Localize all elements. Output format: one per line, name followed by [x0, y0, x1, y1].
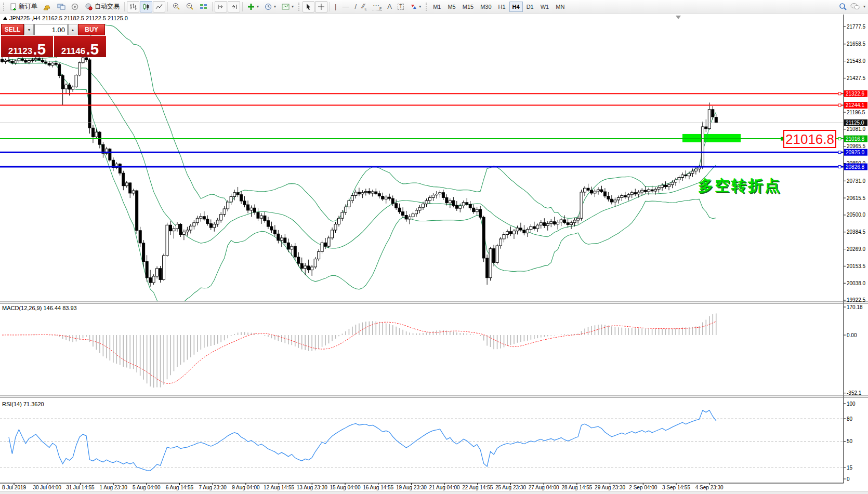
cursor-icon	[305, 3, 312, 10]
tf-w1-button[interactable]: W1	[537, 2, 553, 12]
zoom-in-button[interactable]	[170, 1, 183, 12]
signal-button[interactable]	[69, 1, 82, 12]
candle-chart-mode-button[interactable]	[140, 1, 152, 12]
toolbar-separator	[212, 2, 213, 11]
buy-price-display[interactable]: 21146.5	[54, 36, 106, 57]
toolbar-drag-handle[interactable]	[298, 3, 300, 11]
svg-text:12 Aug 14:55: 12 Aug 14:55	[264, 485, 294, 490]
crosshair-tool-button[interactable]	[315, 1, 327, 12]
horizontal-line-tool-button[interactable]: —	[339, 1, 351, 12]
indicators-icon	[247, 3, 255, 10]
svg-text:21081.0: 21081.0	[847, 126, 866, 132]
hline-anchor-handle[interactable]	[838, 151, 841, 154]
svg-text:20038.0: 20038.0	[847, 281, 866, 286]
tf-h1-button[interactable]: H1	[495, 2, 509, 12]
periods-caret-icon: ▾	[274, 4, 276, 9]
signal-icon	[71, 3, 79, 10]
sell-price-main: 21123	[8, 47, 32, 56]
sell-price-fraction: .5	[33, 43, 46, 56]
support-zone-rect[interactable]	[682, 134, 741, 142]
svg-text:31 Jul 14:55: 31 Jul 14:55	[66, 485, 95, 490]
chart-shift-button[interactable]	[228, 1, 240, 12]
hline-anchor-handle[interactable]	[838, 104, 841, 106]
tf-d1-button[interactable]: D1	[523, 2, 537, 12]
svg-text:3 Sep 14:55: 3 Sep 14:55	[662, 485, 690, 490]
main-toolbar: 新订单 自动交易	[0, 0, 868, 14]
tf-h4-button[interactable]: H4	[509, 2, 523, 12]
indicators-button[interactable]: ▾	[245, 1, 261, 12]
svg-text:0.00: 0.00	[847, 332, 857, 338]
terminals-button[interactable]	[55, 1, 68, 12]
cursor-tool-button[interactable]	[303, 1, 314, 12]
chat-icon[interactable]	[850, 3, 860, 10]
clock-icon	[265, 3, 272, 10]
tf-m30-button[interactable]: M30	[477, 2, 494, 12]
buy-button[interactable]: BUY	[78, 24, 105, 35]
svg-text:20500.0: 20500.0	[847, 212, 866, 218]
channel-tool-button[interactable]: ⁄⁄E	[360, 1, 370, 12]
new-order-button[interactable]: 新订单	[7, 1, 40, 12]
toolbar-drag-handle[interactable]	[3, 3, 5, 11]
chart-canvas[interactable]: 21777.521658.521543.021427.521312.021196…	[0, 0, 868, 494]
symbol-collapse-icon[interactable]	[3, 17, 7, 20]
vertical-line-tool-button[interactable]: |	[332, 1, 339, 12]
svg-text:20965.5: 20965.5	[847, 143, 866, 149]
svg-text:80: 80	[847, 416, 853, 422]
auto-scroll-button[interactable]	[215, 1, 227, 12]
shapes-tool-button[interactable]: ▾	[407, 1, 424, 12]
volume-increase-button[interactable]: ▲	[68, 24, 77, 35]
tf-m5-button[interactable]: M5	[444, 2, 458, 12]
autotrade-icon	[85, 3, 93, 10]
hline-anchor-handle[interactable]	[838, 166, 841, 168]
toolbar-drag-handle[interactable]	[426, 3, 428, 11]
auto-scroll-icon	[217, 3, 225, 10]
trendline-tool-button[interactable]: /	[352, 1, 359, 12]
svg-text:21322.6: 21322.6	[846, 91, 865, 97]
status-bar	[0, 491, 868, 494]
market-watch-button[interactable]	[41, 1, 54, 12]
caret-up-icon: ▲	[71, 28, 75, 32]
tf-mn-button[interactable]: MN	[553, 2, 568, 12]
templates-button[interactable]: ▾	[279, 1, 296, 12]
search-icon[interactable]	[839, 3, 847, 11]
svg-text:1 Aug 23:30: 1 Aug 23:30	[99, 485, 127, 490]
mt4-window: 新订单 自动交易	[0, 0, 868, 494]
volume-input[interactable]	[34, 24, 68, 35]
svg-text:20731.0: 20731.0	[847, 178, 866, 184]
label-tool-button[interactable]: T	[395, 1, 406, 12]
hline-anchor-handle[interactable]	[838, 92, 841, 95]
svg-text:8 Jul 2019: 8 Jul 2019	[2, 485, 27, 490]
turning-point-note[interactable]: 多空转折点	[698, 177, 781, 194]
text-icon: A	[387, 3, 392, 10]
price-annotation-box[interactable]: 21016.8	[784, 130, 836, 148]
axis-price-label: 21322.6	[844, 90, 867, 97]
bar-chart-mode-button[interactable]	[127, 1, 139, 12]
hline-anchor-handle[interactable]	[838, 138, 841, 140]
svg-text:15: 15	[847, 465, 853, 471]
volume-decrease-button[interactable]: ▼	[24, 24, 34, 35]
autotrade-button[interactable]: 自动交易	[82, 1, 122, 12]
fibonacci-tool-button[interactable]: ⋯F	[370, 1, 384, 12]
autotrade-label: 自动交易	[95, 2, 120, 11]
tf-m1-button[interactable]: M1	[430, 2, 444, 12]
svg-text:5 Aug 04:00: 5 Aug 04:00	[133, 485, 161, 490]
svg-text:-352.1: -352.1	[847, 390, 862, 396]
tf-m15-button[interactable]: M15	[459, 2, 477, 12]
text-tool-button[interactable]: A	[385, 1, 394, 12]
axis-price-label: 21125.0	[844, 119, 867, 126]
crosshair-icon	[318, 3, 325, 10]
sell-button[interactable]: SELL	[1, 24, 24, 35]
tile-windows-button[interactable]	[197, 1, 210, 12]
svg-text:20153.5: 20153.5	[847, 263, 866, 269]
svg-text:170.18: 170.18	[847, 304, 863, 310]
sell-price-display[interactable]: 21123.5	[1, 36, 53, 57]
line-chart-mode-button[interactable]	[153, 1, 165, 12]
periods-button[interactable]: ▾	[262, 1, 279, 12]
rsi-indicator-label: RSI(14) 71.3620	[2, 401, 44, 407]
toolbar-overflow-icon[interactable]: ▾	[863, 4, 865, 9]
bollinger-bands	[9, 25, 716, 312]
axis-price-label: 21244.1	[844, 102, 867, 109]
zoom-out-button[interactable]	[183, 1, 196, 12]
chart-shift-marker[interactable]	[676, 16, 681, 19]
svg-text:7 Aug 23:30: 7 Aug 23:30	[199, 485, 227, 490]
